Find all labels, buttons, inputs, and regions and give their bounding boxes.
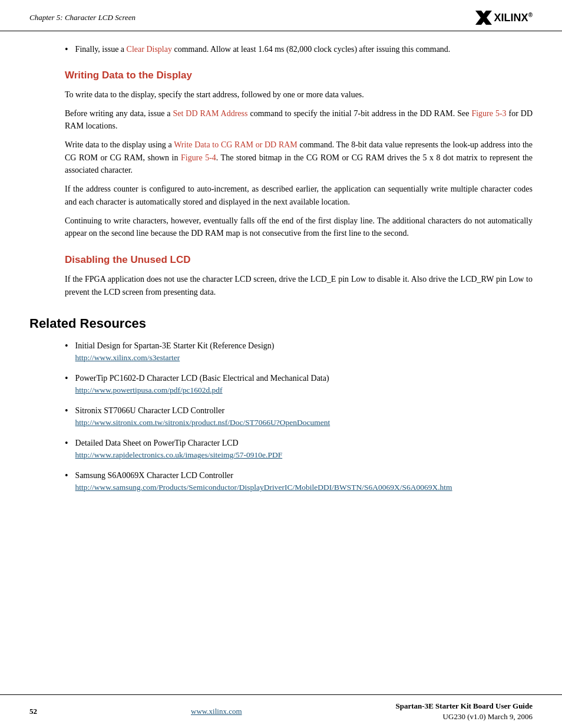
registered-mark: ® bbox=[528, 12, 533, 18]
disabling-para: If the FPGA application does not use the… bbox=[29, 273, 533, 298]
clear-display-link[interactable]: Clear Display bbox=[127, 45, 172, 54]
footer-doc-info: Spartan-3E Starter Kit Board User Guide … bbox=[396, 701, 533, 722]
doc-title: Spartan-3E Starter Kit Board User Guide bbox=[396, 701, 533, 710]
resource-label-5: Samsung S6A0069X Character LCD Controlle… bbox=[75, 469, 452, 482]
page-number: 52 bbox=[29, 707, 37, 716]
set-dd-ram-link[interactable]: Set DD RAM Address bbox=[173, 109, 247, 118]
resource-label-3: Sitronix ST7066U Character LCD Controlle… bbox=[75, 404, 330, 417]
footer-url[interactable]: www.xilinx.com bbox=[191, 707, 242, 716]
resource-url-5[interactable]: http://www.samsung.com/Products/Semicond… bbox=[75, 483, 452, 492]
writing-para-2: Before writing any data, issue a Set DD … bbox=[29, 107, 533, 133]
resource-url-1[interactable]: http://www.xilinx.com/s3estarter bbox=[75, 353, 275, 363]
xilinx-logo: XILINX® bbox=[475, 11, 533, 25]
xilinx-logo-text: XILINX® bbox=[494, 12, 533, 24]
resource-item-5: • Samsung S6A0069X Character LCD Control… bbox=[29, 469, 533, 492]
writing-section-heading: Writing Data to the Display bbox=[29, 70, 533, 81]
resource-item-4: • Detailed Data Sheet on PowerTip Charac… bbox=[29, 437, 533, 460]
intro-bullet-text: Finally, issue a Clear Display command. … bbox=[75, 43, 451, 55]
writing-para-5: Continuing to write characters, however,… bbox=[29, 215, 533, 240]
resource-item-1: • Initial Design for Spartan-3E Starter … bbox=[29, 340, 533, 363]
resource-url-2[interactable]: http://www.powertipusa.com/pdf/pc1602d.p… bbox=[75, 386, 329, 395]
resource-item-3: • Sitronix ST7066U Character LCD Control… bbox=[29, 404, 533, 427]
bullet-icon: • bbox=[65, 438, 68, 460]
resource-content-2: PowerTip PC1602-D Character LCD (Basic E… bbox=[75, 372, 329, 395]
page-header: Chapter 5: Character LCD Screen XILINX® bbox=[0, 0, 562, 31]
xilinx-logo-icon bbox=[475, 11, 492, 25]
disabling-section-heading: Disabling the Unused LCD bbox=[29, 254, 533, 266]
resource-content-3: Sitronix ST7066U Character LCD Controlle… bbox=[75, 404, 330, 427]
bullet-icon: • bbox=[65, 44, 68, 55]
bullet-icon: • bbox=[65, 341, 68, 363]
page: Chapter 5: Character LCD Screen XILINX® … bbox=[0, 0, 562, 728]
doc-id: UG230 (v1.0) March 9, 2006 bbox=[396, 711, 533, 722]
write-data-link[interactable]: Write Data to CG RAM or DD RAM bbox=[174, 140, 297, 149]
writing-para-1: To write data to the display, specify th… bbox=[29, 88, 533, 101]
resource-content-4: Detailed Data Sheet on PowerTip Characte… bbox=[75, 437, 283, 460]
writing-para-3: Write data to the display using a Write … bbox=[29, 139, 533, 177]
resource-url-4[interactable]: http://www.rapidelectronics.co.uk/images… bbox=[75, 450, 283, 460]
resource-label-2: PowerTip PC1602-D Character LCD (Basic E… bbox=[75, 372, 329, 384]
figure-5-3-link[interactable]: Figure 5-3 bbox=[471, 109, 506, 118]
chapter-heading: Chapter 5: Character LCD Screen bbox=[29, 13, 135, 22]
page-footer: 52 www.xilinx.com Spartan-3E Starter Kit… bbox=[0, 694, 562, 728]
bullet-icon: • bbox=[65, 406, 68, 427]
bullet-icon: • bbox=[65, 470, 68, 492]
intro-bullet: • Finally, issue a Clear Display command… bbox=[29, 43, 533, 55]
resource-item-2: • PowerTip PC1602-D Character LCD (Basic… bbox=[29, 372, 533, 395]
resource-label-1: Initial Design for Spartan-3E Starter Ki… bbox=[75, 340, 275, 352]
resource-content-5: Samsung S6A0069X Character LCD Controlle… bbox=[75, 469, 452, 492]
related-resources-heading: Related Resources bbox=[29, 316, 533, 331]
resource-url-3[interactable]: http://www.sitronix.com.tw/sitronix/prod… bbox=[75, 418, 330, 427]
writing-para-4: If the address counter is configured to … bbox=[29, 183, 533, 208]
page-content: • Finally, issue a Clear Display command… bbox=[0, 31, 562, 694]
resource-content-1: Initial Design for Spartan-3E Starter Ki… bbox=[75, 340, 275, 363]
resource-label-4: Detailed Data Sheet on PowerTip Characte… bbox=[75, 437, 283, 449]
bullet-icon: • bbox=[65, 373, 68, 395]
figure-5-4-link[interactable]: Figure 5-4 bbox=[181, 153, 216, 162]
